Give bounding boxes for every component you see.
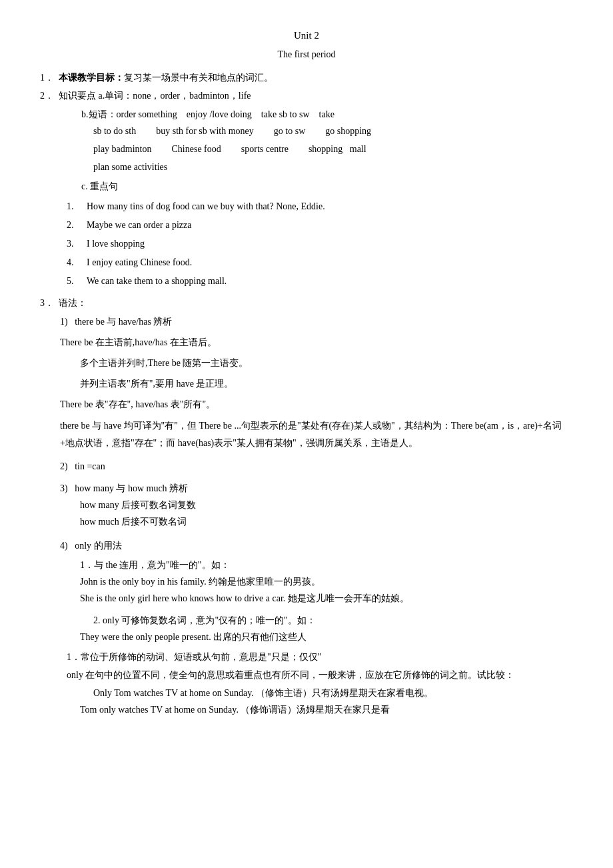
grammar-3-title: 3) how many 与 how much 辨析 (60, 480, 573, 497)
only-example-2: She is the only girl here who knows how … (80, 590, 573, 607)
sentence-4: 4. I enjoy eating Chinese food. (67, 254, 573, 271)
item-2-header: 2． 知识要点 a.单词：none，order，badminton，life (40, 87, 573, 104)
only-point-1: 1．与 the 连用，意为"唯一的"。如： (80, 557, 573, 573)
phrases-row-2: sb to do sth buy sth for sb with money g… (93, 123, 573, 139)
grammar-1-title: 1) there be 与 have/has 辨析 (60, 313, 573, 330)
only-point-2: 2. only 可修饰复数名词，意为"仅有的；唯一的"。如： (93, 612, 573, 629)
grammar-3-sub1: how many 后接可数名词复数 (80, 497, 573, 513)
item-1-num: 1． (40, 69, 59, 86)
only-example-1: John is the only boy in his family. 约翰是他… (80, 573, 573, 590)
sentence-1: 1. How many tins of dog food can we buy … (67, 198, 573, 215)
grammar-1-exp1: There be 在主语前,have/has 在主语后。 (60, 334, 573, 351)
item-2-num: 2． (40, 87, 59, 104)
only-compare-1: Only Tom watches TV at home on Sunday. （… (93, 685, 573, 701)
item-2-sub-c: c. 重点句 (53, 178, 573, 195)
page-container: Unit 2 The first period 1． 本课教学目标：复习某一场景… (40, 27, 573, 718)
grammar-3-sub2: how much 后接不可数名词 (80, 513, 573, 530)
grammar-1-exp2: 多个主语并列时,There be 随第一主语变。 (80, 355, 573, 371)
item-1-content: 本课教学目标：复习某一场景中有关和地点的词汇。 (59, 69, 573, 86)
item-2: 2． 知识要点 a.单词：none，order，badminton，life b… (40, 87, 573, 289)
grammar-2: 2) tin =can (40, 458, 573, 475)
phrases-row-4: plan some activities (93, 159, 573, 175)
sub-b-label: b.短语： (53, 106, 117, 123)
item-3: 3． 语法： 1) there be 与 have/has 辨析 There b… (40, 295, 573, 718)
grammar-1: 1) there be 与 have/has 辨析 There be 在主语前,… (40, 313, 573, 453)
item-2-sub-b: b.短语： order something enjoy /love doing … (53, 106, 573, 123)
key-sentences: 1. How many tins of dog food can we buy … (67, 198, 573, 290)
only-note-1: 1．常位于所修饰的动词、短语或从句前，意思是"只是；仅仅" (67, 649, 573, 665)
item-1: 1． 本课教学目标：复习某一场景中有关和地点的词汇。 (40, 69, 573, 86)
only-compare-2: Tom only watches TV at home on Sunday. （… (80, 701, 573, 718)
item-3-header: 3． 语法： (40, 295, 573, 311)
sentence-2: 2. Maybe we can order a pizza (67, 217, 573, 233)
period-title: The first period (40, 46, 573, 63)
sub-b-first: order something enjoy /love doing take s… (117, 106, 334, 123)
grammar-2-title: 2) tin =can (60, 458, 573, 475)
unit-title: Unit 2 (40, 27, 573, 45)
item-2-label: 知识要点 a.单词：none，order，badminton，life (59, 87, 251, 104)
grammar-3: 3) how many 与 how much 辨析 how many 后接可数名… (40, 480, 573, 531)
sentence-5: 5. We can take them to a shopping mall. (67, 273, 573, 289)
grammar-1-exp4: There be 表"存在", have/has 表"所有"。 (60, 396, 573, 413)
grammar-1-long: there be 与 have 均可译为"有"，但 There be ...句型… (60, 417, 573, 453)
only-example-3: They were the only people present. 出席的只有… (80, 629, 573, 645)
sentence-3: 3. I love shopping (67, 235, 573, 252)
only-note-2: only 在句中的位置不同，使全句的意思或着重点也有所不同，一般来讲，应放在它所… (67, 667, 573, 683)
phrases-row-3: play badminton Chinese food sports centr… (93, 141, 573, 157)
grammar-1-exp3: 并列主语表"所有",要用 have 是正理。 (80, 375, 573, 392)
grammar-4: 4) only 的用法 1．与 the 连用，意为"唯一的"。如： John i… (40, 537, 573, 719)
grammar-4-title: 4) only 的用法 (60, 537, 573, 554)
